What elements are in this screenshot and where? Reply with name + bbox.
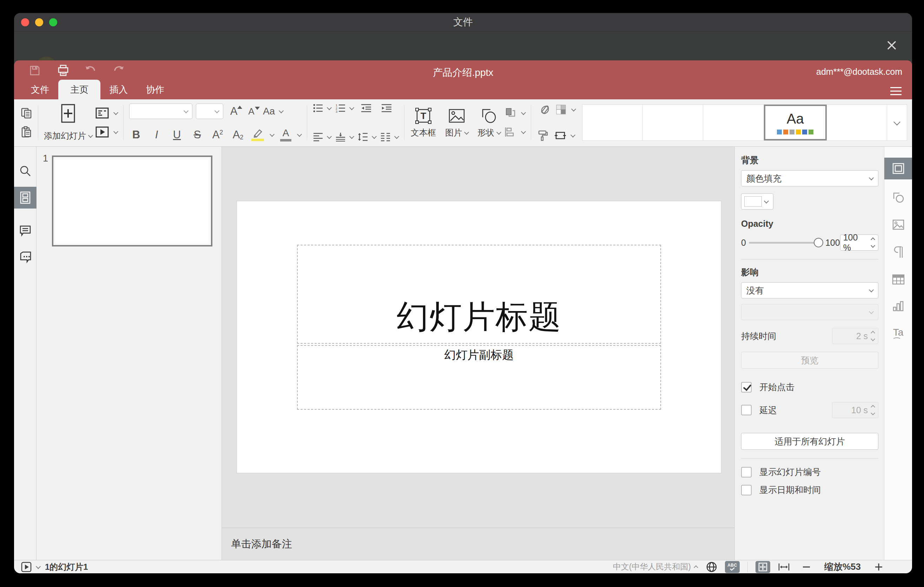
search-icon <box>19 165 31 177</box>
opacity-input[interactable]: 100 % <box>840 234 878 251</box>
slide[interactable]: 幻灯片标题 幻灯片副标题 <box>237 201 721 473</box>
opacity-min-label: 0 <box>741 238 746 248</box>
decrease-indent-button[interactable] <box>361 104 372 113</box>
background-color-picker[interactable] <box>741 193 774 209</box>
slideshow-options-chevron[interactable] <box>36 564 41 569</box>
arrange-button[interactable] <box>504 107 517 119</box>
font-color-button[interactable]: A <box>280 128 291 142</box>
horizontal-align-button[interactable] <box>313 132 323 142</box>
shape-settings-button[interactable] <box>884 186 912 208</box>
clear-style-button[interactable] <box>537 104 549 115</box>
tab-insert[interactable]: 插入 <box>101 80 137 99</box>
align-shapes-button[interactable] <box>504 126 517 138</box>
line-spacing-button[interactable] <box>358 132 368 142</box>
paint-roller-icon <box>537 130 549 142</box>
increase-indent-button[interactable] <box>381 104 392 113</box>
slide-size-button[interactable] <box>554 130 566 142</box>
subscript-button[interactable]: A2 <box>231 129 245 141</box>
spellcheck-button[interactable]: ABC <box>725 561 740 573</box>
tab-home[interactable]: 主页 <box>58 80 101 99</box>
spinner-arrows[interactable] <box>871 238 874 247</box>
undo-button[interactable] <box>84 65 97 76</box>
menu-button[interactable] <box>890 87 901 95</box>
delay-checkbox[interactable] <box>741 405 752 416</box>
theme-tile[interactable] <box>703 105 764 140</box>
close-dialog-button[interactable] <box>885 39 898 52</box>
bullets-icon <box>313 104 323 113</box>
highlight-color-button[interactable] <box>251 129 264 141</box>
opacity-slider[interactable] <box>749 242 823 244</box>
fit-to-width-button[interactable] <box>778 562 790 572</box>
start-on-click-checkbox[interactable] <box>741 382 752 392</box>
theme-tile[interactable] <box>582 105 643 140</box>
show-date-checkbox[interactable] <box>741 485 752 495</box>
tab-collaboration[interactable]: 协作 <box>137 80 173 99</box>
copy-style-button[interactable] <box>537 130 549 142</box>
title-placeholder[interactable]: 幻灯片标题 <box>297 245 661 344</box>
redo-button[interactable] <box>112 65 125 76</box>
insert-textbox-button[interactable]: T 文本框 <box>411 107 436 139</box>
numbering-button[interactable]: 123 <box>335 104 346 113</box>
table-settings-button[interactable] <box>884 269 912 290</box>
opacity-slider-handle[interactable] <box>814 238 823 247</box>
font-increase-button[interactable]: A <box>227 105 241 118</box>
vertical-align-button[interactable] <box>335 132 346 142</box>
effect-type-select[interactable] <box>741 304 878 320</box>
language-select[interactable]: 中文(中华人民共和国) <box>613 561 698 572</box>
print-button[interactable] <box>57 64 69 77</box>
slide-thumbnail[interactable] <box>52 155 213 246</box>
superscript-button[interactable]: A2 <box>211 129 225 141</box>
strikethrough-button[interactable]: S <box>190 129 204 141</box>
fill-type-select[interactable]: 颜色填充 <box>741 170 878 186</box>
bullets-button[interactable] <box>313 104 323 113</box>
document-language-button[interactable] <box>706 561 717 572</box>
font-decrease-button[interactable]: A <box>244 106 258 117</box>
delay-input[interactable]: 10 s <box>832 402 878 418</box>
insert-shape-button[interactable]: 形状 <box>477 107 501 139</box>
save-button[interactable] <box>29 64 41 76</box>
theme-tile[interactable] <box>827 105 887 140</box>
show-slide-number-checkbox[interactable] <box>741 467 752 477</box>
theme-tile[interactable] <box>643 105 703 140</box>
apply-to-all-button[interactable]: 适用于所有幻灯片 <box>741 433 878 450</box>
slide-layout-button[interactable] <box>95 107 109 119</box>
effect-select[interactable]: 没有 <box>741 282 878 298</box>
chat-panel-button[interactable] <box>14 246 36 268</box>
start-slideshow-button[interactable] <box>95 126 109 138</box>
paste-button[interactable] <box>20 126 32 138</box>
fit-width-icon <box>778 562 790 572</box>
zoom-out-button[interactable] <box>802 562 811 572</box>
paragraph-settings-button[interactable] <box>884 241 912 263</box>
slide-counter-label: 1的幻灯片1 <box>45 561 88 572</box>
columns-button[interactable] <box>380 132 391 142</box>
underline-button[interactable]: U <box>170 129 184 141</box>
duration-input[interactable]: 2 s <box>832 328 878 344</box>
fit-to-slide-button[interactable] <box>756 561 770 573</box>
slide-settings-button[interactable] <box>884 158 912 180</box>
start-slideshow-status-button[interactable] <box>21 562 31 572</box>
search-button[interactable] <box>14 160 36 182</box>
preview-button[interactable]: 预览 <box>741 352 878 369</box>
image-settings-button[interactable] <box>884 214 912 236</box>
textart-settings-button[interactable]: Ta <box>884 322 912 344</box>
zoom-in-button[interactable] <box>874 562 883 572</box>
italic-button[interactable]: I <box>150 129 163 141</box>
subtitle-placeholder[interactable]: 幻灯片副标题 <box>297 345 661 410</box>
comments-panel-button[interactable] <box>14 220 36 242</box>
comment-icon <box>19 225 31 237</box>
font-name-combo[interactable] <box>129 104 192 119</box>
font-size-combo[interactable] <box>196 104 223 119</box>
chart-settings-button[interactable] <box>884 295 912 317</box>
theme-gallery-expand-button[interactable] <box>887 105 907 140</box>
fill-color-button[interactable] <box>555 104 567 115</box>
add-slide-button[interactable] <box>60 104 76 123</box>
tab-file[interactable]: 文件 <box>22 80 58 99</box>
theme-tile-selected[interactable]: Aa <box>764 105 827 140</box>
change-case-button[interactable]: Aa <box>262 106 276 117</box>
notes-area[interactable]: 单击添加备注 <box>222 528 734 560</box>
add-slide-label[interactable]: 添加幻灯片 <box>44 130 92 142</box>
copy-button[interactable] <box>20 107 32 119</box>
insert-image-button[interactable]: 图片 <box>445 107 468 139</box>
slides-panel-button[interactable] <box>14 187 36 209</box>
bold-button[interactable]: B <box>129 129 143 141</box>
